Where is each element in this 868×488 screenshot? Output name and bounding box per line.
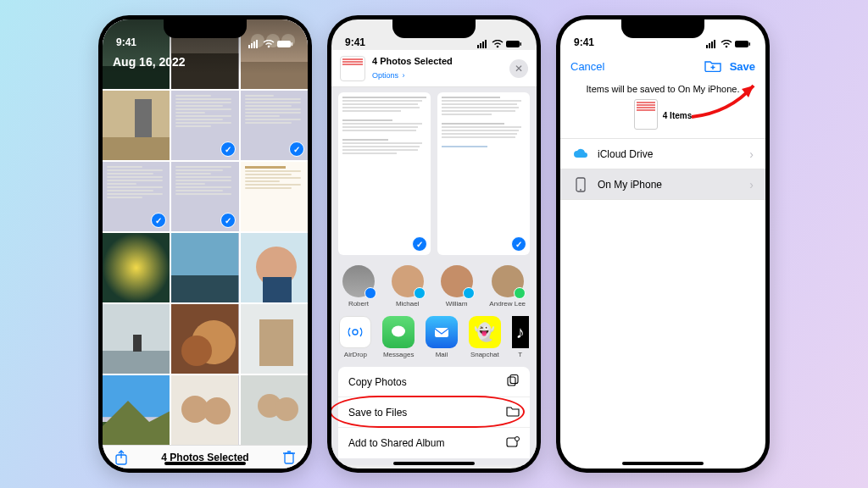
status-time: 9:41 [116, 36, 136, 48]
selection-check-icon [511, 236, 526, 252]
notch [164, 19, 247, 38]
cancel-button[interactable]: Cancel [570, 60, 604, 73]
share-app-messages[interactable]: Messages [382, 316, 415, 358]
action-save-to-files[interactable]: Save to Files [338, 397, 530, 428]
action-copy-photos[interactable]: Copy Photos [338, 367, 530, 397]
app-badge-icon [463, 287, 475, 299]
svg-rect-43 [285, 453, 293, 463]
items-preview: 4 Items [560, 99, 765, 138]
chevron-right-icon: › [749, 147, 754, 161]
app-badge-icon [414, 287, 426, 299]
svg-rect-61 [714, 40, 715, 48]
svg-rect-19 [103, 233, 170, 302]
chevron-right-icon: › [749, 178, 754, 191]
icloud-icon [572, 146, 589, 163]
app-badge-icon [514, 287, 526, 299]
share-contact[interactable]: William [441, 265, 473, 308]
svg-point-48 [497, 46, 499, 48]
options-button[interactable]: Options › [372, 66, 453, 81]
cellular-icon [706, 40, 718, 48]
share-contact[interactable]: Robert [342, 265, 375, 308]
svg-point-41 [275, 397, 298, 421]
svg-rect-1 [251, 43, 253, 48]
save-button[interactable]: Save [730, 60, 755, 73]
share-app-airdrop[interactable]: AirDrop [339, 316, 371, 358]
svg-point-30 [181, 336, 212, 366]
photo-thumbnail[interactable] [103, 233, 170, 302]
photo-thumbnail[interactable] [241, 304, 308, 374]
wifi-icon [263, 40, 275, 48]
svg-point-66 [580, 189, 581, 191]
photo-thumbnail[interactable] [103, 162, 170, 231]
share-app-mail[interactable]: Mail [426, 316, 458, 358]
location-label: On My iPhone [598, 179, 662, 191]
home-indicator[interactable] [622, 462, 704, 465]
share-preview-area[interactable] [331, 87, 537, 257]
share-apps-row[interactable]: AirDrop Messages Mail 👻Snapchat ♪T [331, 311, 537, 367]
app-label: Snapchat [470, 351, 499, 358]
photo-thumbnail[interactable] [171, 162, 238, 231]
share-sheet-title: 4 Photos Selected [372, 56, 453, 66]
svg-rect-54 [508, 377, 515, 385]
app-label: Messages [383, 351, 414, 358]
photo-thumbnail[interactable] [171, 91, 238, 160]
share-contacts-row[interactable]: Robert Michael William Andrew Lee [331, 257, 537, 311]
messages-icon [382, 316, 415, 348]
wifi-icon [492, 40, 504, 48]
photo-thumbnail[interactable] [241, 91, 308, 160]
svg-point-52 [392, 326, 405, 337]
share-app-snapchat[interactable]: 👻Snapchat [469, 316, 501, 358]
preview-page[interactable] [338, 92, 431, 255]
selection-check-icon [220, 141, 236, 157]
share-app-more[interactable]: ♪T [512, 316, 529, 358]
mail-icon [426, 316, 458, 348]
svg-rect-21 [171, 275, 238, 302]
svg-point-4 [268, 46, 270, 48]
contact-name: Andrew Lee [489, 300, 526, 308]
phone-save-to-files: 9:41 Cancel Save Items will be saved to … [556, 15, 770, 473]
trash-icon[interactable] [282, 450, 296, 465]
photo-thumbnail[interactable] [171, 233, 238, 302]
svg-rect-0 [248, 45, 250, 48]
photo-thumbnail[interactable] [171, 375, 238, 445]
snapchat-icon: 👻 [469, 316, 501, 348]
new-folder-icon[interactable] [704, 58, 721, 75]
battery-icon [277, 40, 294, 48]
photo-thumbnail[interactable] [241, 233, 308, 302]
photo-thumbnail[interactable] [103, 304, 170, 374]
photo-thumbnail[interactable] [103, 91, 170, 160]
svg-rect-18 [103, 137, 170, 160]
svg-rect-53 [435, 328, 448, 337]
photo-thumbnail[interactable] [171, 304, 238, 374]
home-indicator[interactable] [393, 462, 475, 465]
svg-rect-3 [256, 40, 258, 48]
location-on-my-iphone[interactable]: On My iPhone › [560, 169, 765, 200]
svg-rect-46 [482, 42, 484, 48]
svg-rect-2 [253, 42, 255, 48]
photo-thumbnail[interactable] [241, 375, 308, 445]
iphone-icon [572, 176, 589, 193]
share-icon[interactable] [114, 450, 128, 465]
home-indicator[interactable] [164, 462, 246, 465]
svg-point-57 [515, 436, 520, 441]
share-contact[interactable]: Andrew Lee [489, 265, 526, 308]
app-label: Mail [436, 351, 448, 358]
svg-point-62 [726, 46, 728, 48]
action-label: Copy Photos [348, 376, 407, 388]
item-thumbnail-icon [634, 99, 658, 130]
location-icloud-drive[interactable]: iCloud Drive › [560, 139, 765, 169]
items-count-label: 4 Items [663, 111, 692, 120]
photo-thumbnail[interactable] [103, 375, 170, 445]
svg-rect-60 [711, 42, 713, 48]
photos-grid[interactable] [103, 19, 308, 445]
svg-rect-64 [749, 42, 751, 46]
share-contact[interactable]: Michael [392, 265, 424, 308]
svg-rect-6 [292, 42, 293, 46]
app-label: T [518, 351, 522, 358]
photo-thumbnail[interactable] [241, 162, 308, 231]
close-icon[interactable]: ✕ [509, 59, 528, 78]
album-icon [506, 436, 520, 451]
action-add-to-shared-album[interactable]: Add to Shared Album [338, 428, 530, 458]
preview-page[interactable] [437, 92, 530, 255]
svg-rect-32 [259, 319, 293, 366]
